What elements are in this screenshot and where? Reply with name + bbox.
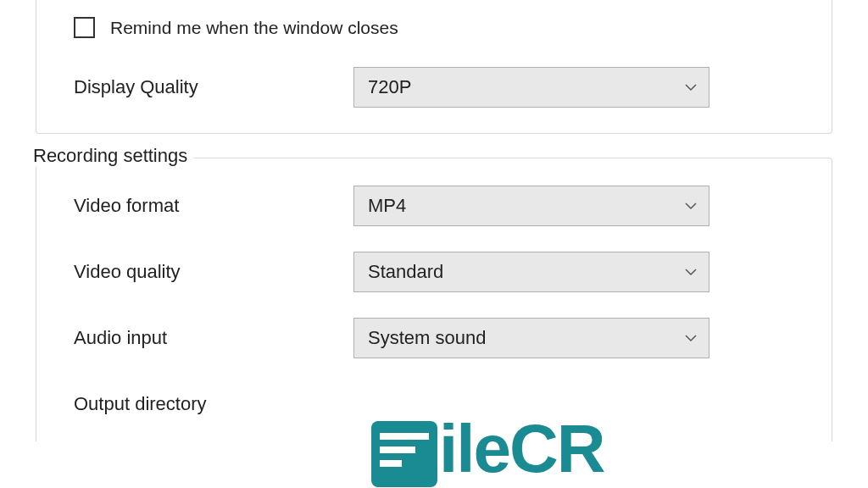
output-directory-label: Output directory (74, 393, 353, 415)
video-format-label: Video format (74, 195, 353, 217)
display-quality-dropdown[interactable]: 720P (353, 67, 709, 108)
recording-settings-group: Recording settings Video format MP4 Vide… (36, 158, 832, 441)
remind-checkbox-row: Remind me when the window closes (74, 17, 815, 38)
display-quality-row: Display Quality 720P (74, 65, 794, 109)
remind-checkbox-label[interactable]: Remind me when the window closes (110, 18, 398, 38)
recording-settings-legend: Recording settings (31, 145, 194, 167)
top-settings-group: Remind me when the window closes Display… (36, 0, 832, 134)
remind-checkbox[interactable] (74, 17, 95, 38)
filecr-logo: ileCR (371, 410, 604, 488)
filecr-logo-text: ileCR (439, 410, 604, 488)
video-quality-label: Video quality (74, 261, 353, 283)
chevron-down-icon (683, 198, 698, 214)
video-quality-value: Standard (368, 261, 443, 283)
audio-input-row: Audio input System sound (74, 316, 794, 360)
video-quality-dropdown[interactable]: Standard (353, 252, 709, 292)
video-format-dropdown[interactable]: MP4 (353, 186, 709, 226)
video-quality-row: Video quality Standard (74, 250, 794, 294)
audio-input-value: System sound (368, 327, 486, 349)
chevron-down-icon (683, 80, 698, 95)
display-quality-label: Display Quality (74, 76, 353, 98)
video-format-row: Video format MP4 (74, 184, 794, 228)
audio-input-dropdown[interactable]: System sound (353, 318, 709, 358)
video-format-value: MP4 (368, 195, 406, 217)
audio-input-label: Audio input (74, 327, 353, 349)
filecr-logo-icon (371, 421, 437, 487)
display-quality-value: 720P (368, 76, 411, 98)
chevron-down-icon (683, 330, 698, 346)
chevron-down-icon (683, 264, 698, 280)
